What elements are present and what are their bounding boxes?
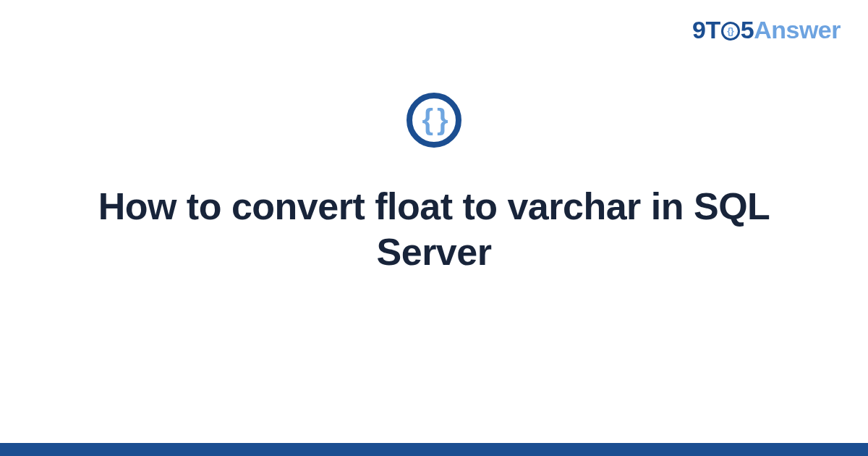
braces-glyph: { }	[422, 105, 446, 134]
brand-t: T	[705, 16, 720, 43]
brand-five: 5	[741, 16, 754, 43]
code-braces-icon: { }	[407, 93, 461, 148]
footer-accent-bar	[0, 443, 868, 456]
brand-o-icon: {}	[721, 22, 740, 41]
brand-nine: 9	[692, 16, 705, 43]
brand-answer: Answer	[754, 16, 841, 43]
braces-mini-icon: {}	[727, 25, 733, 36]
brand-logo: 9T{}5Answer	[692, 16, 841, 44]
page-title: How to convert float to varchar in SQL S…	[65, 184, 803, 276]
main-content: { } How to convert float to varchar in S…	[0, 93, 868, 276]
